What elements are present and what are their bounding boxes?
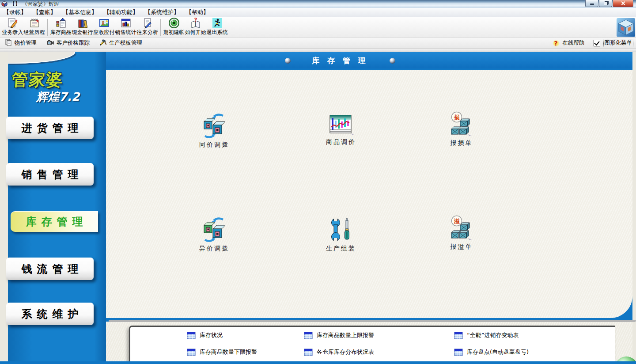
toolbar-button-production-template[interactable]: 生产模板管理 xyxy=(95,38,147,48)
toolbar-button-inventory-goods[interactable]: 库存商品 xyxy=(50,17,72,38)
sidebar-item-system[interactable]: 系统维护 xyxy=(6,303,94,325)
runner-icon xyxy=(212,17,223,29)
module-label: 商品调价 xyxy=(326,138,356,146)
module-same-price-transfer[interactable]: 同价调拨 xyxy=(187,113,242,149)
sidebar-item-sales[interactable]: 销售管理 xyxy=(6,163,94,186)
toolbar-button-label: 生产模板管理 xyxy=(109,39,142,47)
loss-boxes-icon: 损 xyxy=(449,111,474,137)
toolbar-button-label: 应收应付 xyxy=(94,29,115,36)
document-pen-icon xyxy=(142,17,153,29)
report-label: 库存盘点(自动盘赢盘亏) xyxy=(467,348,529,356)
graphic-menu-checkbox[interactable] xyxy=(594,40,600,46)
toolbar-separator xyxy=(160,19,161,36)
menu-item-basic-info[interactable]: 【基本信息】 xyxy=(63,8,97,16)
report-label: 库存商品数量下限报警 xyxy=(200,348,257,356)
report-link-allround-change-table[interactable]: “全能”进销存变动表 xyxy=(454,331,519,339)
online-help-label[interactable]: 在线帮助 xyxy=(563,39,585,47)
toolbar-button-contacts-analysis[interactable]: 往来分析 xyxy=(136,17,158,38)
toolbar-button-how-to-start[interactable]: ? 如何开始 xyxy=(185,17,206,38)
toolbar-button-sales-statistics[interactable]: 销售统计 xyxy=(115,17,136,38)
svg-text:?: ? xyxy=(194,17,197,23)
report-link-lower-limit-alarm[interactable]: 库存商品数量下限报警 xyxy=(187,348,257,356)
report-label: 库存状况 xyxy=(200,331,223,339)
toolbar-button-initial-accounts[interactable]: 期初建帐 xyxy=(163,17,185,38)
toolbar-button-label: 往来分析 xyxy=(137,29,158,36)
report-link-inventory-status[interactable]: 库存状况 xyxy=(187,331,223,339)
toolbar-button-label: 现金银行 xyxy=(72,29,93,36)
module-production-assembly[interactable]: 生产组装 xyxy=(314,217,368,253)
sidebar-item-purchase[interactable]: 进货管理 xyxy=(6,117,94,139)
report-label: 库存商品数量上限报警 xyxy=(317,331,374,339)
sidebar-item-cashflow[interactable]: 钱流管理 xyxy=(6,258,94,280)
title-bar: 【】 《管家婆》辉煌 xyxy=(0,0,636,8)
overflow-badge-text: 溢 xyxy=(454,218,460,224)
module-diff-price-transfer[interactable]: 异价调拨 xyxy=(187,217,242,253)
table-icon xyxy=(304,349,313,356)
minimize-button[interactable] xyxy=(585,0,598,7)
bar-chart-icon xyxy=(120,17,132,29)
close-button[interactable] xyxy=(613,0,633,7)
app-window: 【】 《管家婆》辉煌 【录帐】 【查帐】 【基本信息】 【辅助功能】 【系统维护… xyxy=(0,0,636,364)
menu-item-help[interactable]: 【帮助】 xyxy=(186,8,209,16)
notebook-icon xyxy=(29,17,40,29)
main-toolbar: 业务录入 经营历程 xyxy=(0,17,636,38)
top-strip xyxy=(0,49,636,52)
picture-icon xyxy=(98,17,110,29)
toolbar-button-exit-system[interactable]: 退出系统 xyxy=(206,17,228,38)
module-label: 异价调拨 xyxy=(199,245,229,253)
table-icon xyxy=(187,332,196,339)
module-label: 同价调拨 xyxy=(199,141,229,149)
table-icon xyxy=(454,349,463,356)
toolbar-button-customer-price-tracking[interactable]: 客户价格跟踪 xyxy=(42,38,95,48)
tools-icon xyxy=(99,39,107,48)
toolbar-button-label: 经营历程 xyxy=(24,29,45,36)
report-label: “全能”进销存变动表 xyxy=(467,331,519,339)
table-icon xyxy=(304,332,313,339)
graphic-menu-label[interactable]: 图形化菜单 xyxy=(603,39,634,47)
menu-item-auxiliary[interactable]: 【辅助功能】 xyxy=(104,8,138,16)
brand-logo-text: 管家婆 xyxy=(11,69,64,91)
overflow-boxes-icon: 溢 xyxy=(449,215,474,241)
inventory-boxes-icon xyxy=(55,17,67,29)
menu-item-query[interactable]: 【查帐】 xyxy=(33,8,56,16)
toolbar-button-label: 物价管理 xyxy=(15,39,37,47)
toolbar-button-label: 库存商品 xyxy=(50,29,72,36)
sphere-icon xyxy=(285,58,291,64)
app-icon xyxy=(1,1,8,7)
wrench-screwdriver-icon xyxy=(328,217,354,243)
toolbar-button-business-history[interactable]: 经营历程 xyxy=(23,17,45,38)
report-link-warehouse-distribution[interactable]: 各仓库库存分布状况表 xyxy=(304,348,374,356)
restore-button[interactable] xyxy=(599,0,612,7)
right-frame xyxy=(632,52,636,364)
report-link-stocktake[interactable]: 库存盘点(自动盘赢盘亏) xyxy=(454,348,529,356)
pages-icon xyxy=(5,39,12,48)
toolbar-separator xyxy=(47,19,48,36)
toolbar-button-label: 销售统计 xyxy=(115,29,136,36)
window-controls xyxy=(585,0,633,7)
table-icon xyxy=(187,349,196,356)
module-loss-report[interactable]: 损 报损单 xyxy=(434,111,489,147)
sidebar-item-inventory[interactable]: 库存管理 xyxy=(11,211,98,232)
module-goods-price-adjust[interactable]: 商品调价 xyxy=(314,113,368,146)
reports-panel: 库存状况 库存商品数量上限报警 “全能”进销存变动表 xyxy=(129,326,615,363)
camera-icon xyxy=(46,39,54,47)
menu-bar: 【录帐】 【查帐】 【基本信息】 【辅助功能】 【系统维护】 【帮助】 xyxy=(0,8,636,17)
report-link-upper-limit-alarm[interactable]: 库存商品数量上限报警 xyxy=(304,331,374,339)
toolbar-button-label: 期初建帐 xyxy=(163,29,185,36)
table-icon xyxy=(454,332,463,339)
toolbar-button-business-entry[interactable]: 业务录入 xyxy=(2,17,23,38)
toolbar-button-label: 如何开始 xyxy=(185,29,206,36)
content-area xyxy=(106,70,632,318)
module-overflow-report[interactable]: 溢 报溢单 xyxy=(434,215,489,251)
module-label: 生产组装 xyxy=(326,245,356,253)
toolbar-button-price-management[interactable]: 物价管理 xyxy=(0,38,42,48)
secondary-toolbar: 物价管理 客户价格跟踪 生产模板管理 xyxy=(0,38,636,49)
sphere-icon xyxy=(390,58,395,64)
module-label: 报溢单 xyxy=(450,243,473,251)
online-help-icon[interactable]: ? xyxy=(553,40,560,47)
toolbar-button-cash-bank[interactable]: 现金银行 xyxy=(72,17,93,38)
menu-item-system-maintain[interactable]: 【系统维护】 xyxy=(145,8,179,16)
toolbar-button-label: 退出系统 xyxy=(207,29,228,36)
toolbar-button-receivable-payable[interactable]: 应收应付 xyxy=(93,17,115,38)
menu-item-record[interactable]: 【录帐】 xyxy=(4,8,26,16)
